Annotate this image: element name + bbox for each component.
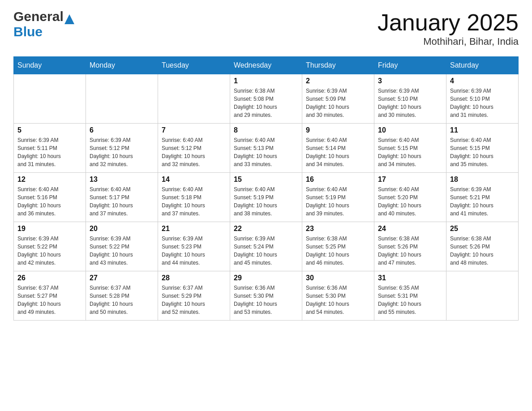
- header-tuesday: Tuesday: [158, 57, 230, 74]
- day-number: 6: [90, 126, 154, 134]
- day-number: 9: [306, 126, 370, 134]
- day-info: Sunrise: 6:36 AMSunset: 5:30 PMDaylight:…: [234, 284, 298, 316]
- calendar-cell: [158, 74, 230, 124]
- day-number: 5: [17, 126, 82, 134]
- day-info: Sunrise: 6:39 AMSunset: 5:21 PMDaylight:…: [450, 185, 515, 218]
- day-number: 31: [378, 274, 442, 282]
- calendar-cell: 6Sunrise: 6:39 AMSunset: 5:12 PMDaylight…: [86, 124, 158, 173]
- calendar-cell: [86, 74, 158, 124]
- header-friday: Friday: [374, 57, 446, 74]
- day-number: 11: [450, 126, 515, 134]
- day-number: 14: [162, 176, 226, 184]
- calendar-cell: 31Sunrise: 6:35 AMSunset: 5:31 PMDayligh…: [374, 271, 446, 321]
- header-wednesday: Wednesday: [230, 57, 302, 74]
- calendar-subtitle: Mothihari, Bihar, India: [378, 36, 519, 47]
- day-info: Sunrise: 6:39 AMSunset: 5:10 PMDaylight:…: [450, 87, 515, 119]
- calendar-cell: 27Sunrise: 6:37 AMSunset: 5:28 PMDayligh…: [86, 271, 158, 321]
- day-info: Sunrise: 6:39 AMSunset: 5:12 PMDaylight:…: [90, 136, 154, 168]
- day-number: 16: [306, 176, 370, 184]
- calendar-cell: 3Sunrise: 6:39 AMSunset: 5:10 PMDaylight…: [374, 74, 446, 124]
- calendar-cell: 18Sunrise: 6:39 AMSunset: 5:21 PMDayligh…: [446, 173, 519, 222]
- calendar-cell: 22Sunrise: 6:39 AMSunset: 5:24 PMDayligh…: [230, 222, 302, 271]
- calendar-cell: 19Sunrise: 6:39 AMSunset: 5:22 PMDayligh…: [14, 222, 86, 271]
- day-info: Sunrise: 6:40 AMSunset: 5:20 PMDaylight:…: [378, 185, 442, 218]
- day-info: Sunrise: 6:38 AMSunset: 5:26 PMDaylight:…: [378, 235, 442, 267]
- day-number: 12: [17, 176, 82, 184]
- calendar-cell: [446, 271, 519, 321]
- calendar-cell: 16Sunrise: 6:40 AMSunset: 5:19 PMDayligh…: [302, 173, 374, 222]
- day-number: 27: [90, 274, 154, 282]
- calendar-cell: 29Sunrise: 6:36 AMSunset: 5:30 PMDayligh…: [230, 271, 302, 321]
- svg-marker-0: [64, 14, 74, 24]
- calendar-cell: 8Sunrise: 6:40 AMSunset: 5:13 PMDaylight…: [230, 124, 302, 173]
- calendar-cell: 5Sunrise: 6:39 AMSunset: 5:11 PMDaylight…: [14, 124, 86, 173]
- calendar-cell: 28Sunrise: 6:37 AMSunset: 5:29 PMDayligh…: [158, 271, 230, 321]
- header-thursday: Thursday: [302, 57, 374, 74]
- day-info: Sunrise: 6:39 AMSunset: 5:11 PMDaylight:…: [17, 136, 82, 168]
- day-number: 17: [378, 176, 442, 184]
- day-info: Sunrise: 6:40 AMSunset: 5:13 PMDaylight:…: [234, 136, 298, 168]
- day-number: 22: [234, 225, 298, 233]
- day-info: Sunrise: 6:36 AMSunset: 5:30 PMDaylight:…: [306, 284, 370, 316]
- day-number: 7: [162, 126, 226, 134]
- day-info: Sunrise: 6:40 AMSunset: 5:17 PMDaylight:…: [90, 185, 154, 218]
- day-number: 19: [17, 225, 82, 233]
- calendar-week-row: 1Sunrise: 6:38 AMSunset: 5:08 PMDaylight…: [14, 74, 519, 124]
- calendar-cell: 15Sunrise: 6:40 AMSunset: 5:19 PMDayligh…: [230, 173, 302, 222]
- calendar-cell: 11Sunrise: 6:40 AMSunset: 5:15 PMDayligh…: [446, 124, 519, 173]
- day-number: 4: [450, 77, 515, 85]
- day-number: 2: [306, 77, 370, 85]
- calendar-title: January 2025: [378, 9, 519, 36]
- calendar-cell: 17Sunrise: 6:40 AMSunset: 5:20 PMDayligh…: [374, 173, 446, 222]
- day-info: Sunrise: 6:38 AMSunset: 5:25 PMDaylight:…: [306, 235, 370, 267]
- calendar-cell: 7Sunrise: 6:40 AMSunset: 5:12 PMDaylight…: [158, 124, 230, 173]
- day-number: 20: [90, 225, 154, 233]
- header-monday: Monday: [86, 57, 158, 74]
- calendar-week-row: 19Sunrise: 6:39 AMSunset: 5:22 PMDayligh…: [14, 222, 519, 271]
- day-info: Sunrise: 6:40 AMSunset: 5:19 PMDaylight:…: [306, 185, 370, 218]
- logo: General Blue: [13, 9, 74, 39]
- day-info: Sunrise: 6:38 AMSunset: 5:08 PMDaylight:…: [234, 87, 298, 119]
- calendar-cell: 4Sunrise: 6:39 AMSunset: 5:10 PMDaylight…: [446, 74, 519, 124]
- header-saturday: Saturday: [446, 57, 519, 74]
- day-info: Sunrise: 6:37 AMSunset: 5:28 PMDaylight:…: [90, 284, 154, 316]
- calendar-cell: 12Sunrise: 6:40 AMSunset: 5:16 PMDayligh…: [14, 173, 86, 222]
- calendar-cell: 25Sunrise: 6:38 AMSunset: 5:26 PMDayligh…: [446, 222, 519, 271]
- calendar-cell: 10Sunrise: 6:40 AMSunset: 5:15 PMDayligh…: [374, 124, 446, 173]
- day-number: 3: [378, 77, 442, 85]
- day-info: Sunrise: 6:40 AMSunset: 5:16 PMDaylight:…: [17, 185, 82, 218]
- day-info: Sunrise: 6:39 AMSunset: 5:23 PMDaylight:…: [162, 235, 226, 267]
- day-number: 13: [90, 176, 154, 184]
- day-number: 26: [17, 274, 82, 282]
- day-info: Sunrise: 6:39 AMSunset: 5:22 PMDaylight:…: [90, 235, 154, 267]
- day-info: Sunrise: 6:38 AMSunset: 5:26 PMDaylight:…: [450, 235, 515, 267]
- title-section: January 2025 Mothihari, Bihar, India: [378, 9, 519, 47]
- logo-blue-text: Blue: [13, 24, 43, 39]
- day-info: Sunrise: 6:39 AMSunset: 5:10 PMDaylight:…: [378, 87, 442, 119]
- day-number: 24: [378, 225, 442, 233]
- calendar-cell: 2Sunrise: 6:39 AMSunset: 5:09 PMDaylight…: [302, 74, 374, 124]
- day-info: Sunrise: 6:40 AMSunset: 5:14 PMDaylight:…: [306, 136, 370, 168]
- day-number: 25: [450, 225, 515, 233]
- calendar-cell: 1Sunrise: 6:38 AMSunset: 5:08 PMDaylight…: [230, 74, 302, 124]
- calendar-week-row: 12Sunrise: 6:40 AMSunset: 5:16 PMDayligh…: [14, 173, 519, 222]
- day-number: 18: [450, 176, 515, 184]
- day-number: 1: [234, 77, 298, 85]
- day-info: Sunrise: 6:37 AMSunset: 5:29 PMDaylight:…: [162, 284, 226, 316]
- calendar-cell: 21Sunrise: 6:39 AMSunset: 5:23 PMDayligh…: [158, 222, 230, 271]
- day-info: Sunrise: 6:39 AMSunset: 5:09 PMDaylight:…: [306, 87, 370, 119]
- day-info: Sunrise: 6:37 AMSunset: 5:27 PMDaylight:…: [17, 284, 82, 316]
- day-number: 30: [306, 274, 370, 282]
- calendar-cell: 24Sunrise: 6:38 AMSunset: 5:26 PMDayligh…: [374, 222, 446, 271]
- calendar-cell: 20Sunrise: 6:39 AMSunset: 5:22 PMDayligh…: [86, 222, 158, 271]
- logo-triangle-icon: [64, 14, 74, 24]
- day-number: 23: [306, 225, 370, 233]
- calendar-table: Sunday Monday Tuesday Wednesday Thursday…: [13, 56, 519, 321]
- header-sunday: Sunday: [14, 57, 86, 74]
- day-number: 8: [234, 126, 298, 134]
- calendar-week-row: 5Sunrise: 6:39 AMSunset: 5:11 PMDaylight…: [14, 124, 519, 173]
- day-info: Sunrise: 6:39 AMSunset: 5:22 PMDaylight:…: [17, 235, 82, 267]
- day-number: 28: [162, 274, 226, 282]
- day-info: Sunrise: 6:40 AMSunset: 5:15 PMDaylight:…: [450, 136, 515, 168]
- calendar-cell: 13Sunrise: 6:40 AMSunset: 5:17 PMDayligh…: [86, 173, 158, 222]
